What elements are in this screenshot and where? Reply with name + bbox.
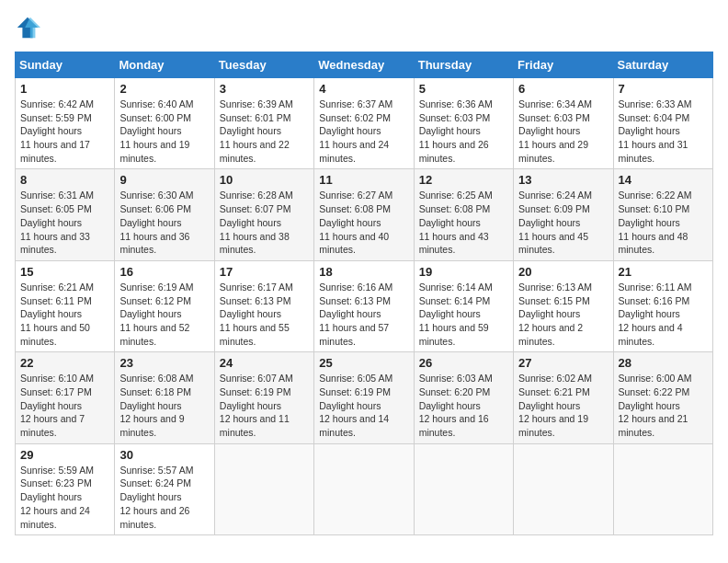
day-number: 17 [220,265,309,279]
day-number: 26 [419,356,508,370]
header-day-tuesday: Tuesday [214,52,313,78]
day-number: 15 [20,265,109,279]
day-number: 22 [20,356,109,370]
calendar-cell: 27 Sunrise: 6:02 AM Sunset: 6:21 PM Dayl… [514,352,613,443]
day-info: Sunrise: 6:25 AM Sunset: 6:08 PM Dayligh… [419,189,508,256]
calendar-cell: 9 Sunrise: 6:30 AM Sunset: 6:06 PM Dayli… [115,169,214,260]
calendar-week-3: 15 Sunrise: 6:21 AM Sunset: 6:11 PM Dayl… [16,260,713,351]
calendar-week-4: 22 Sunrise: 6:10 AM Sunset: 6:17 PM Dayl… [16,352,713,443]
day-info: Sunrise: 6:39 AM Sunset: 6:01 PM Dayligh… [220,98,309,165]
day-number: 9 [119,173,209,187]
calendar-cell: 4 Sunrise: 6:37 AM Sunset: 6:02 PM Dayli… [314,78,414,169]
calendar-cell: 22 Sunrise: 6:10 AM Sunset: 6:17 PM Dayl… [16,352,115,443]
day-number: 12 [419,173,508,187]
day-info: Sunrise: 6:14 AM Sunset: 6:14 PM Dayligh… [419,281,508,348]
calendar-cell: 10 Sunrise: 6:28 AM Sunset: 6:07 PM Dayl… [214,169,313,260]
day-number: 28 [619,356,708,370]
day-info: Sunrise: 6:16 AM Sunset: 6:13 PM Dayligh… [319,281,408,348]
day-number: 19 [419,265,508,279]
day-info: Sunrise: 5:57 AM Sunset: 6:24 PM Dayligh… [119,464,209,531]
day-info: Sunrise: 6:42 AM Sunset: 5:59 PM Dayligh… [20,98,109,165]
day-info: Sunrise: 6:05 AM Sunset: 6:19 PM Dayligh… [319,372,408,439]
calendar-cell [613,443,712,534]
day-info: Sunrise: 6:27 AM Sunset: 6:08 PM Dayligh… [319,189,408,256]
page-header [15,15,713,40]
day-info: Sunrise: 6:13 AM Sunset: 6:15 PM Dayligh… [518,281,608,348]
calendar-cell [414,443,513,534]
day-info: Sunrise: 6:33 AM Sunset: 6:04 PM Dayligh… [619,98,708,165]
calendar-cell: 1 Sunrise: 6:42 AM Sunset: 5:59 PM Dayli… [16,78,115,169]
calendar-cell: 2 Sunrise: 6:40 AM Sunset: 6:00 PM Dayli… [115,78,214,169]
day-info: Sunrise: 6:36 AM Sunset: 6:03 PM Dayligh… [419,98,508,165]
day-number: 6 [518,82,608,96]
calendar-cell: 21 Sunrise: 6:11 AM Sunset: 6:16 PM Dayl… [613,260,712,351]
day-number: 13 [518,173,608,187]
day-info: Sunrise: 6:21 AM Sunset: 6:11 PM Dayligh… [20,281,109,348]
calendar-cell: 7 Sunrise: 6:33 AM Sunset: 6:04 PM Dayli… [613,78,712,169]
day-number: 14 [619,173,708,187]
calendar-cell: 20 Sunrise: 6:13 AM Sunset: 6:15 PM Dayl… [514,260,613,351]
day-info: Sunrise: 5:59 AM Sunset: 6:23 PM Dayligh… [20,464,109,531]
day-info: Sunrise: 6:28 AM Sunset: 6:07 PM Dayligh… [220,189,309,256]
day-number: 1 [20,82,109,96]
logo [15,15,44,40]
calendar-week-1: 1 Sunrise: 6:42 AM Sunset: 5:59 PM Dayli… [16,78,713,169]
day-number: 8 [20,173,109,187]
calendar-cell: 18 Sunrise: 6:16 AM Sunset: 6:13 PM Dayl… [314,260,414,351]
day-info: Sunrise: 6:11 AM Sunset: 6:16 PM Dayligh… [619,281,708,348]
calendar-cell: 8 Sunrise: 6:31 AM Sunset: 6:05 PM Dayli… [16,169,115,260]
calendar-cell: 6 Sunrise: 6:34 AM Sunset: 6:03 PM Dayli… [514,78,613,169]
day-info: Sunrise: 6:07 AM Sunset: 6:19 PM Dayligh… [220,372,309,439]
day-info: Sunrise: 6:10 AM Sunset: 6:17 PM Dayligh… [20,372,109,439]
calendar-table: SundayMondayTuesdayWednesdayThursdayFrid… [15,52,713,535]
calendar-week-5: 29 Sunrise: 5:59 AM Sunset: 6:23 PM Dayl… [16,443,713,534]
day-info: Sunrise: 6:37 AM Sunset: 6:02 PM Dayligh… [319,98,408,165]
day-number: 25 [319,356,408,370]
day-number: 11 [319,173,408,187]
calendar-cell: 3 Sunrise: 6:39 AM Sunset: 6:01 PM Dayli… [214,78,313,169]
calendar-cell: 30 Sunrise: 5:57 AM Sunset: 6:24 PM Dayl… [115,443,214,534]
day-number: 18 [319,265,408,279]
day-number: 27 [518,356,608,370]
day-info: Sunrise: 6:08 AM Sunset: 6:18 PM Dayligh… [119,372,209,439]
day-number: 29 [20,448,109,462]
calendar-cell: 11 Sunrise: 6:27 AM Sunset: 6:08 PM Dayl… [314,169,414,260]
day-number: 23 [119,356,209,370]
day-info: Sunrise: 6:19 AM Sunset: 6:12 PM Dayligh… [119,281,209,348]
header-day-saturday: Saturday [613,52,712,78]
calendar-cell: 24 Sunrise: 6:07 AM Sunset: 6:19 PM Dayl… [214,352,313,443]
header-day-wednesday: Wednesday [314,52,414,78]
day-info: Sunrise: 6:02 AM Sunset: 6:21 PM Dayligh… [518,372,608,439]
calendar-cell: 23 Sunrise: 6:08 AM Sunset: 6:18 PM Dayl… [115,352,214,443]
calendar-cell: 28 Sunrise: 6:00 AM Sunset: 6:22 PM Dayl… [613,352,712,443]
logo-icon [15,15,40,40]
day-number: 10 [220,173,309,187]
day-number: 2 [119,82,209,96]
header-day-thursday: Thursday [414,52,513,78]
day-info: Sunrise: 6:40 AM Sunset: 6:00 PM Dayligh… [119,98,209,165]
header-day-sunday: Sunday [16,52,115,78]
day-number: 16 [119,265,209,279]
day-number: 21 [619,265,708,279]
calendar-cell: 14 Sunrise: 6:22 AM Sunset: 6:10 PM Dayl… [613,169,712,260]
calendar-cell [314,443,414,534]
day-info: Sunrise: 6:24 AM Sunset: 6:09 PM Dayligh… [518,189,608,256]
calendar-header: SundayMondayTuesdayWednesdayThursdayFrid… [16,52,713,78]
day-info: Sunrise: 6:30 AM Sunset: 6:06 PM Dayligh… [119,189,209,256]
day-number: 5 [419,82,508,96]
calendar-cell: 26 Sunrise: 6:03 AM Sunset: 6:20 PM Dayl… [414,352,513,443]
day-number: 20 [518,265,608,279]
header-day-monday: Monday [115,52,214,78]
calendar-cell: 17 Sunrise: 6:17 AM Sunset: 6:13 PM Dayl… [214,260,313,351]
calendar-body: 1 Sunrise: 6:42 AM Sunset: 5:59 PM Dayli… [16,78,713,535]
header-day-friday: Friday [514,52,613,78]
calendar-week-2: 8 Sunrise: 6:31 AM Sunset: 6:05 PM Dayli… [16,169,713,260]
calendar-cell: 19 Sunrise: 6:14 AM Sunset: 6:14 PM Dayl… [414,260,513,351]
header-row: SundayMondayTuesdayWednesdayThursdayFrid… [16,52,713,78]
calendar-cell: 15 Sunrise: 6:21 AM Sunset: 6:11 PM Dayl… [16,260,115,351]
day-number: 24 [220,356,309,370]
day-info: Sunrise: 6:17 AM Sunset: 6:13 PM Dayligh… [220,281,309,348]
calendar-cell [214,443,313,534]
day-number: 4 [319,82,408,96]
day-info: Sunrise: 6:03 AM Sunset: 6:20 PM Dayligh… [419,372,508,439]
